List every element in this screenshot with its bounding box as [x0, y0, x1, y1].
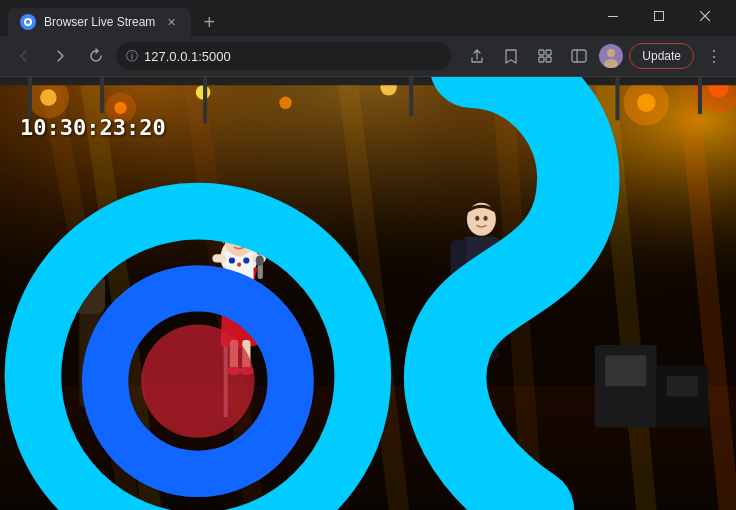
address-text: 127.0.0.1:5000 — [144, 49, 441, 64]
svg-point-10 — [607, 49, 615, 57]
share-icon[interactable] — [463, 42, 491, 70]
svg-point-11 — [604, 59, 618, 68]
address-bar[interactable]: ⓘ 127.0.0.1:5000 — [116, 42, 451, 70]
minimize-button[interactable] — [590, 0, 636, 32]
tab-bar: Browser Live Stream ✕ + — [0, 0, 736, 36]
new-tab-button[interactable]: + — [195, 8, 223, 36]
update-button[interactable]: Update — [629, 43, 694, 69]
menu-button[interactable]: ⋮ — [700, 42, 728, 70]
cyan-overlay-graphic — [0, 77, 736, 510]
extensions-icon[interactable] — [531, 42, 559, 70]
svg-point-85 — [141, 324, 254, 437]
svg-rect-7 — [546, 57, 551, 62]
svg-rect-5 — [546, 50, 551, 55]
maximize-button[interactable] — [636, 0, 682, 32]
back-button[interactable] — [8, 40, 40, 72]
timestamp-display: 10:30:23:20 — [20, 115, 166, 140]
close-button[interactable] — [682, 0, 728, 32]
tab-favicon — [20, 14, 36, 30]
window-controls — [590, 0, 728, 36]
address-actions: Update ⋮ — [463, 42, 728, 70]
profile-avatar[interactable] — [599, 44, 623, 68]
lock-icon: ⓘ — [126, 48, 138, 65]
tab-title: Browser Live Stream — [44, 15, 155, 29]
bookmark-icon[interactable] — [497, 42, 525, 70]
browser-window: Browser Live Stream ✕ + ⓘ 12 — [0, 0, 736, 510]
svg-rect-0 — [608, 16, 618, 17]
refresh-button[interactable] — [80, 40, 112, 72]
tab-close-button[interactable]: ✕ — [163, 14, 179, 30]
webpage-content: 10:30:23:20 — [0, 76, 736, 510]
svg-rect-6 — [539, 57, 544, 62]
svg-rect-1 — [655, 12, 664, 21]
browser-tab[interactable]: Browser Live Stream ✕ — [8, 8, 191, 36]
navigation-bar: ⓘ 127.0.0.1:5000 Update ⋮ — [0, 36, 736, 76]
forward-button[interactable] — [44, 40, 76, 72]
sidebar-icon[interactable] — [565, 42, 593, 70]
svg-rect-4 — [539, 50, 544, 55]
svg-rect-8 — [572, 50, 586, 62]
